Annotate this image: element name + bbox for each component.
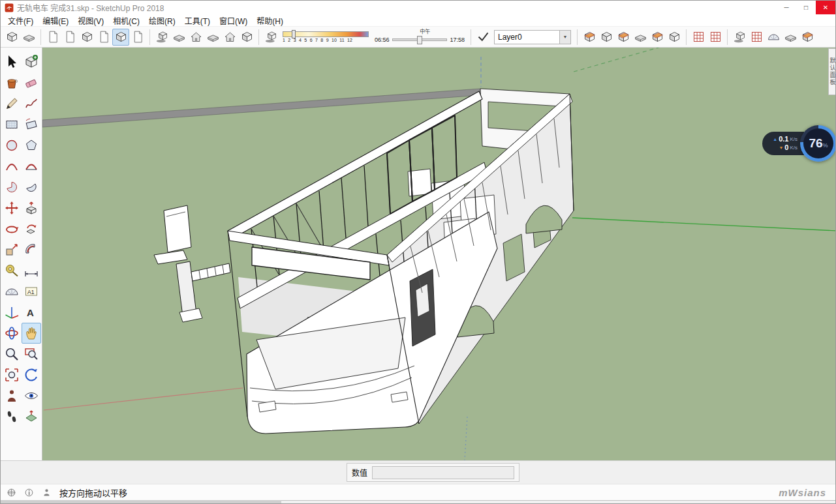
credits-info-icon[interactable] <box>24 488 34 497</box>
memory-percent-ring[interactable]: 76 % <box>800 125 836 162</box>
tool-polygon[interactable] <box>22 135 41 156</box>
time-slider-thumb[interactable] <box>417 36 422 44</box>
time-track[interactable] <box>392 38 448 41</box>
layer-dropdown[interactable]: Layer0 ▼ <box>494 30 571 44</box>
tool-zoom[interactable] <box>2 344 22 364</box>
tool-text[interactable] <box>22 281 41 302</box>
layer-check-button[interactable] <box>474 29 491 46</box>
model-viewport[interactable]: 默认面板 ▲ 0.1 K/s ▼ 0 K/s 76 % <box>42 48 836 460</box>
network-speed-overlay[interactable]: ▲ 0.1 K/s ▼ 0 K/s 76 % <box>762 125 836 162</box>
section-plane-button[interactable] <box>581 29 598 46</box>
tool-pan-active[interactable] <box>22 323 41 344</box>
dropdown-arrow-icon[interactable]: ▼ <box>559 31 570 44</box>
shadow-time-slider[interactable]: 中午 06:56 17:58 <box>375 27 465 47</box>
maximize-button[interactable]: □ <box>796 1 816 14</box>
shadow-toggle-button[interactable] <box>262 29 279 46</box>
tool-walk[interactable] <box>2 406 22 427</box>
style-button-2[interactable] <box>61 29 78 46</box>
tool-3d-text[interactable] <box>22 302 41 323</box>
tool-make-component[interactable] <box>22 52 41 72</box>
tool-eraser[interactable] <box>22 72 41 93</box>
misc-button-5[interactable] <box>799 29 816 46</box>
tool-look-around[interactable] <box>22 385 41 406</box>
menu-window[interactable]: 窗口(W) <box>215 15 252 26</box>
tool-follow-me[interactable] <box>22 218 41 239</box>
tool-paint-bucket[interactable] <box>2 72 22 93</box>
misc-button-4[interactable] <box>782 29 799 46</box>
three-point-arc-icon <box>4 179 20 195</box>
viewport-canvas[interactable] <box>42 48 836 460</box>
tool-scale[interactable] <box>2 239 22 260</box>
tool-dimension[interactable] <box>22 260 41 281</box>
page-icon <box>97 30 111 44</box>
style-button-1[interactable] <box>44 29 61 46</box>
menu-bar: 文件(F) 编辑(E) 视图(V) 相机(C) 绘图(R) 工具(T) 窗口(W… <box>1 14 835 27</box>
close-button[interactable]: ✕ <box>816 1 835 14</box>
tool-position-camera[interactable] <box>2 385 22 406</box>
tool-select[interactable] <box>2 52 22 72</box>
tool-freehand[interactable] <box>22 93 41 114</box>
home-button[interactable] <box>221 29 238 46</box>
menu-file[interactable]: 文件(F) <box>3 15 38 26</box>
tool-circle[interactable] <box>2 135 22 156</box>
minimize-button[interactable]: ─ <box>777 1 796 14</box>
menu-camera[interactable]: 相机(C) <box>108 15 144 26</box>
cube-icon <box>600 30 613 44</box>
date-slider-thumb[interactable] <box>292 30 296 38</box>
tool-tape-measure[interactable] <box>2 260 22 281</box>
grid-button-a[interactable] <box>690 29 707 46</box>
menu-draw[interactable]: 绘图(R) <box>144 15 180 26</box>
tool-rotate[interactable] <box>2 218 22 239</box>
iso-cube-button[interactable] <box>3 29 20 46</box>
menu-edit[interactable]: 编辑(E) <box>38 15 73 26</box>
tool-offset[interactable] <box>22 239 41 260</box>
tool-protractor[interactable] <box>2 281 22 302</box>
toolbar-separator <box>258 29 259 45</box>
tool-rectangle[interactable] <box>2 114 22 135</box>
tool-move[interactable] <box>2 198 22 218</box>
house-button[interactable] <box>187 29 204 46</box>
tool-orbit[interactable] <box>2 323 22 344</box>
style-button-6[interactable] <box>129 29 146 46</box>
section-display-button[interactable] <box>598 29 615 46</box>
menu-view[interactable]: 视图(V) <box>73 15 108 26</box>
tool-line[interactable] <box>2 93 22 114</box>
tool-previous-view[interactable] <box>22 364 41 385</box>
tool-3pt-arc[interactable] <box>2 177 22 198</box>
sign-in-person-icon[interactable] <box>42 488 52 497</box>
crate-button[interactable] <box>238 29 255 46</box>
misc-button-2[interactable] <box>748 29 765 46</box>
menu-help[interactable]: 帮助(H) <box>252 15 288 26</box>
misc-button-1[interactable] <box>731 29 748 46</box>
tool-2pt-arc[interactable] <box>22 156 41 177</box>
platform-button[interactable] <box>170 29 187 46</box>
section-cut-button[interactable] <box>615 29 632 46</box>
style-button-3[interactable] <box>78 29 95 46</box>
style-button-5-active[interactable] <box>112 29 129 46</box>
misc-button-3[interactable] <box>765 29 782 46</box>
tool-rotated-rectangle[interactable] <box>22 114 41 135</box>
slab-button[interactable] <box>20 29 37 46</box>
section-toggle-button[interactable] <box>666 29 683 46</box>
tool-axes[interactable] <box>2 302 22 323</box>
shadow-box-button[interactable] <box>153 29 170 46</box>
zoom-extents-icon <box>4 367 20 383</box>
terrace-button[interactable] <box>204 29 221 46</box>
date-gradient-track[interactable] <box>283 31 369 37</box>
tool-zoom-extents[interactable] <box>2 364 22 385</box>
menu-tools[interactable]: 工具(T) <box>180 15 215 26</box>
grid-button-b[interactable] <box>707 29 724 46</box>
default-tray-tab[interactable]: 默认面板 <box>828 48 836 95</box>
measurement-input[interactable] <box>372 466 514 479</box>
tool-zoom-window[interactable] <box>22 344 41 364</box>
section-outline-button[interactable] <box>649 29 666 46</box>
toolbar-separator <box>727 29 728 45</box>
tool-section-plane[interactable] <box>22 406 41 427</box>
geolocation-icon[interactable] <box>7 488 16 497</box>
tool-push-pull[interactable] <box>22 198 41 218</box>
tool-arc[interactable] <box>2 156 22 177</box>
section-fill-button[interactable] <box>632 29 649 46</box>
tool-pie[interactable] <box>22 177 41 198</box>
style-button-4[interactable] <box>95 29 112 46</box>
shadow-date-slider[interactable]: 1 2 3 4 5 6 7 8 9 10 11 12 <box>283 31 369 42</box>
